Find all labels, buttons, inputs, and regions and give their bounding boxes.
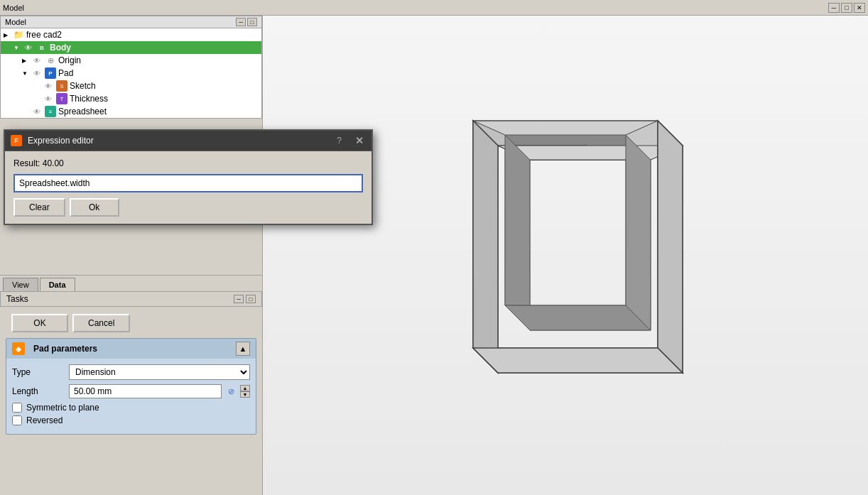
title-controls: ─ □ ✕ — [828, 3, 865, 13]
svg-marker-14 — [626, 135, 651, 330]
tree-label-root: free cad2 — [26, 30, 62, 40]
reversed-label: Reversed — [26, 415, 63, 425]
length-spinner: ▲ ▼ — [240, 385, 250, 398]
tasks-cancel-button[interactable]: Cancel — [72, 314, 130, 332]
pad-parameters-section: ◈ Pad parameters ▲ Type Dimension To Las… — [6, 338, 256, 435]
dialog-buttons: Clear Ok — [13, 198, 363, 217]
type-label: Type — [12, 367, 69, 377]
result-value: 40.00 — [43, 158, 64, 168]
pad-params-title-row: ◈ Pad parameters — [12, 342, 97, 355]
tree-arrow-origin: ▶ — [22, 58, 29, 64]
type-row: Type Dimension To Last Through All — [12, 364, 250, 380]
tasks-ok-cancel: OK Cancel — [6, 311, 256, 338]
tree-title-label: Model — [5, 18, 26, 26]
eye-icon-pad: 👁 — [31, 67, 43, 79]
pad-params-header[interactable]: ◈ Pad parameters ▲ — [6, 339, 256, 359]
origin-icon: ⊕ — [45, 55, 56, 66]
expression-editor-overlay: F Expression editor ? ✕ Result: 40.00 Cl… — [0, 129, 384, 225]
main-area: Model ─ □ ▶ 📁 free cad2 ▼ 👁 B Body — [0, 16, 868, 495]
symmetric-row: Symmetric to plane — [12, 403, 250, 413]
tree-item-body[interactable]: ▼ 👁 B Body — [1, 41, 261, 54]
spin-down-button[interactable]: ▼ — [240, 391, 250, 398]
tree-maximize-button[interactable]: □ — [247, 18, 257, 26]
root-icon: 📁 — [13, 29, 24, 40]
expression-input[interactable] — [13, 174, 363, 192]
svg-marker-15 — [505, 305, 651, 330]
tree-arrow-body: ▼ — [13, 45, 21, 51]
tree-title-controls: ─ □ — [236, 18, 257, 26]
svg-marker-17 — [658, 121, 683, 373]
tree-item-origin[interactable]: ▶ 👁 ⊕ Origin — [1, 54, 261, 67]
dialog-titlebar: F Expression editor ? ✕ — [5, 131, 371, 151]
tasks-header: Tasks ─ □ — [0, 291, 262, 307]
tree-item-pad[interactable]: ▼ 👁 P Pad — [1, 67, 261, 80]
thickness-icon: T — [56, 93, 67, 104]
pad-params-body: Type Dimension To Last Through All Lengt… — [6, 359, 256, 434]
eye-icon-body: 👁 — [23, 42, 34, 53]
tree-label-origin: Origin — [58, 55, 81, 65]
type-select[interactable]: Dimension To Last Through All — [69, 364, 250, 380]
tasks-panel: View Data Tasks ─ □ OK Cancel — [0, 275, 262, 495]
svg-marker-18 — [473, 348, 683, 373]
pad-icon: P — [45, 67, 56, 79]
pad-params-icon: ◈ — [12, 342, 25, 355]
tasks-tabs: View Data — [0, 276, 262, 291]
tree-item-spreadsheet[interactable]: 👁 ≡ Spreadsheet — [1, 105, 261, 118]
tree-minimize-button[interactable]: ─ — [236, 18, 246, 26]
maximize-button[interactable]: □ — [841, 3, 852, 13]
expression-editor-dialog: F Expression editor ? ✕ Result: 40.00 Cl… — [4, 129, 373, 225]
dialog-title: Expression editor — [28, 136, 331, 146]
reversed-row: Reversed — [12, 415, 250, 425]
tree-item-sketch[interactable]: 👁 S Sketch — [1, 80, 261, 92]
dialog-help-button[interactable]: ? — [337, 136, 342, 146]
viewport-bg — [263, 16, 868, 495]
svg-marker-12 — [505, 135, 530, 330]
tasks-minimize-button[interactable]: ─ — [234, 295, 244, 303]
symmetric-label: Symmetric to plane — [26, 403, 99, 413]
spin-up-button[interactable]: ▲ — [240, 385, 250, 391]
tasks-maximize-button[interactable]: □ — [246, 295, 256, 303]
pad-params-label: Pad parameters — [33, 344, 97, 354]
tree-item-thickness[interactable]: 👁 T Thickness — [1, 92, 261, 105]
tree-label-spreadsheet: Spreadsheet — [58, 107, 107, 116]
svg-marker-16 — [473, 121, 498, 373]
tree-title: Model ─ □ — [1, 16, 261, 28]
clear-button[interactable]: Clear — [13, 198, 65, 217]
tree-label-thickness: Thickness — [70, 94, 108, 104]
model-tree: Model ─ □ ▶ 📁 free cad2 ▼ 👁 B Body — [0, 16, 262, 119]
length-label: Length — [12, 386, 69, 396]
tasks-ok-button[interactable]: OK — [11, 314, 68, 332]
close-button[interactable]: ✕ — [854, 3, 865, 13]
minimize-button[interactable]: ─ — [828, 3, 840, 13]
tree-label-body: Body — [50, 43, 71, 53]
dialog-result: Result: 40.00 — [13, 158, 363, 168]
tree-label-pad: Pad — [58, 68, 73, 78]
dialog-close-button[interactable]: ✕ — [353, 134, 366, 147]
ok-button[interactable]: Ok — [70, 198, 119, 217]
collapse-button[interactable]: ▲ — [236, 342, 250, 356]
reversed-checkbox[interactable] — [12, 415, 22, 425]
3d-box-svg — [388, 78, 743, 433]
tab-view[interactable]: View — [3, 278, 38, 291]
left-panel: Model ─ □ ▶ 📁 free cad2 ▼ 👁 B Body — [0, 16, 263, 495]
tasks-header-controls: ─ □ — [234, 295, 256, 303]
tree-label-sketch: Sketch — [70, 81, 96, 91]
dialog-body: Result: 40.00 Clear Ok — [5, 151, 371, 224]
eye-icon-spreadsheet: 👁 — [31, 106, 43, 117]
eye-icon-origin: 👁 — [31, 55, 43, 66]
title-text: Model — [3, 4, 24, 12]
symmetric-checkbox[interactable] — [12, 403, 22, 413]
eye-icon-sketch: 👁 — [43, 80, 54, 92]
spreadsheet-icon: ≡ — [45, 106, 56, 117]
viewport[interactable] — [263, 16, 868, 495]
length-input[interactable] — [69, 384, 222, 398]
title-bar: Model ─ □ ✕ — [0, 0, 868, 16]
tree-arrow-root: ▶ — [4, 32, 11, 38]
tab-data[interactable]: Data — [40, 278, 75, 292]
length-row: Length ⊘ ▲ ▼ — [12, 384, 250, 398]
tree-item-root[interactable]: ▶ 📁 free cad2 — [1, 28, 261, 41]
tree-arrow-pad: ▼ — [22, 70, 29, 77]
tasks-header-label: Tasks — [6, 294, 28, 304]
tasks-content: OK Cancel ◈ Pad parameters ▲ — [0, 307, 262, 495]
formula-button[interactable]: ⊘ — [224, 385, 237, 398]
